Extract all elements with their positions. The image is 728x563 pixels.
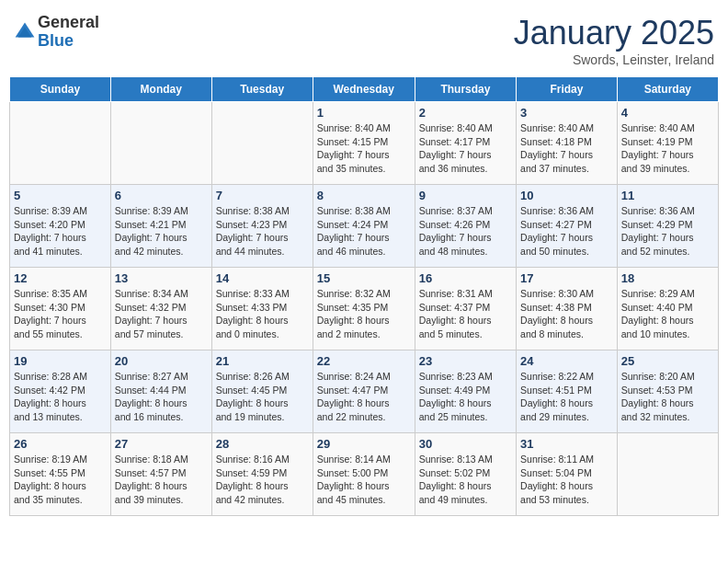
day-info: Sunrise: 8:35 AMSunset: 4:30 PMDaylight:…	[14, 287, 107, 341]
day-info: Sunrise: 8:19 AMSunset: 4:55 PMDaylight:…	[14, 453, 107, 507]
table-row: 16Sunrise: 8:31 AMSunset: 4:37 PMDayligh…	[415, 268, 516, 350]
day-number: 9	[419, 189, 512, 202]
calendar-header: SundayMondayTuesdayWednesdayThursdayFrid…	[10, 77, 719, 102]
page-header: General Blue January 2025 Swords, Leinst…	[9, 9, 719, 67]
table-row	[617, 433, 718, 516]
weekday-header-saturday: Saturday	[617, 77, 718, 102]
weekday-header-sunday: Sunday	[10, 77, 111, 102]
weekday-header-tuesday: Tuesday	[211, 77, 313, 102]
weekday-header-friday: Friday	[517, 77, 618, 102]
table-row: 26Sunrise: 8:19 AMSunset: 4:55 PMDayligh…	[10, 433, 111, 516]
day-info: Sunrise: 8:30 AMSunset: 4:38 PMDaylight:…	[520, 287, 613, 341]
table-row: 25Sunrise: 8:20 AMSunset: 4:53 PMDayligh…	[617, 350, 718, 433]
day-info: Sunrise: 8:29 AMSunset: 4:40 PMDaylight:…	[621, 287, 714, 341]
location: Swords, Leinster, Ireland	[514, 52, 714, 67]
table-row: 27Sunrise: 8:18 AMSunset: 4:57 PMDayligh…	[110, 433, 211, 516]
table-row: 13Sunrise: 8:34 AMSunset: 4:32 PMDayligh…	[110, 268, 211, 350]
weekday-header-wednesday: Wednesday	[313, 77, 415, 102]
day-number: 8	[317, 189, 411, 202]
day-number: 10	[520, 189, 613, 202]
logo-general: General	[38, 13, 99, 31]
table-row: 23Sunrise: 8:23 AMSunset: 4:49 PMDayligh…	[415, 350, 516, 433]
day-info: Sunrise: 8:31 AMSunset: 4:37 PMDaylight:…	[419, 287, 512, 341]
logo-icon	[14, 21, 36, 43]
day-number: 19	[14, 354, 107, 368]
table-row: 1Sunrise: 8:40 AMSunset: 4:15 PMDaylight…	[313, 102, 415, 185]
day-info: Sunrise: 8:14 AMSunset: 5:00 PMDaylight:…	[317, 453, 411, 507]
table-row	[211, 102, 313, 185]
day-number: 4	[621, 106, 714, 120]
day-number: 2	[419, 106, 512, 120]
day-number: 31	[520, 437, 613, 451]
table-row: 5Sunrise: 8:39 AMSunset: 4:20 PMDaylight…	[10, 185, 111, 268]
day-number: 20	[115, 354, 208, 368]
table-row: 10Sunrise: 8:36 AMSunset: 4:27 PMDayligh…	[517, 185, 618, 268]
calendar-week-4: 19Sunrise: 8:28 AMSunset: 4:42 PMDayligh…	[10, 350, 719, 433]
weekday-header-monday: Monday	[110, 77, 211, 102]
table-row: 15Sunrise: 8:32 AMSunset: 4:35 PMDayligh…	[313, 268, 415, 350]
logo: General Blue	[14, 14, 99, 51]
table-row: 22Sunrise: 8:24 AMSunset: 4:47 PMDayligh…	[313, 350, 415, 433]
day-number: 12	[14, 271, 107, 285]
table-row: 7Sunrise: 8:38 AMSunset: 4:23 PMDaylight…	[211, 185, 313, 268]
calendar-body: 1Sunrise: 8:40 AMSunset: 4:15 PMDaylight…	[10, 102, 719, 516]
day-number: 28	[216, 437, 309, 451]
title-block: January 2025 Swords, Leinster, Ireland	[514, 14, 714, 67]
table-row: 8Sunrise: 8:38 AMSunset: 4:24 PMDaylight…	[313, 185, 415, 268]
day-number: 3	[520, 106, 613, 120]
day-info: Sunrise: 8:34 AMSunset: 4:32 PMDaylight:…	[115, 287, 208, 341]
table-row: 29Sunrise: 8:14 AMSunset: 5:00 PMDayligh…	[313, 433, 415, 516]
day-info: Sunrise: 8:11 AMSunset: 5:04 PMDaylight:…	[520, 453, 613, 507]
table-row	[10, 102, 111, 185]
day-info: Sunrise: 8:40 AMSunset: 4:18 PMDaylight:…	[520, 121, 613, 176]
calendar-table: SundayMondayTuesdayWednesdayThursdayFrid…	[9, 76, 719, 516]
day-info: Sunrise: 8:32 AMSunset: 4:35 PMDaylight:…	[317, 287, 411, 341]
day-info: Sunrise: 8:33 AMSunset: 4:33 PMDaylight:…	[216, 287, 309, 341]
day-info: Sunrise: 8:20 AMSunset: 4:53 PMDaylight:…	[621, 370, 714, 424]
day-info: Sunrise: 8:26 AMSunset: 4:45 PMDaylight:…	[216, 370, 309, 424]
header-row: SundayMondayTuesdayWednesdayThursdayFrid…	[10, 77, 719, 102]
day-info: Sunrise: 8:39 AMSunset: 4:21 PMDaylight:…	[115, 204, 208, 259]
day-number: 7	[216, 189, 309, 202]
day-number: 25	[621, 354, 714, 368]
table-row: 2Sunrise: 8:40 AMSunset: 4:17 PMDaylight…	[415, 102, 516, 185]
day-number: 27	[115, 437, 208, 451]
day-info: Sunrise: 8:39 AMSunset: 4:20 PMDaylight:…	[14, 204, 107, 259]
table-row: 4Sunrise: 8:40 AMSunset: 4:19 PMDaylight…	[617, 102, 718, 185]
day-info: Sunrise: 8:38 AMSunset: 4:23 PMDaylight:…	[216, 204, 309, 259]
day-info: Sunrise: 8:36 AMSunset: 4:27 PMDaylight:…	[520, 204, 613, 259]
day-info: Sunrise: 8:27 AMSunset: 4:44 PMDaylight:…	[115, 370, 208, 424]
day-number: 14	[216, 271, 309, 285]
logo-blue: Blue	[38, 31, 74, 50]
table-row: 21Sunrise: 8:26 AMSunset: 4:45 PMDayligh…	[211, 350, 313, 433]
day-info: Sunrise: 8:18 AMSunset: 4:57 PMDaylight:…	[115, 453, 208, 507]
day-info: Sunrise: 8:13 AMSunset: 5:02 PMDaylight:…	[419, 453, 512, 507]
table-row: 28Sunrise: 8:16 AMSunset: 4:59 PMDayligh…	[211, 433, 313, 516]
day-info: Sunrise: 8:40 AMSunset: 4:15 PMDaylight:…	[317, 121, 411, 176]
calendar-week-5: 26Sunrise: 8:19 AMSunset: 4:55 PMDayligh…	[10, 433, 719, 516]
day-number: 17	[520, 271, 613, 285]
day-number: 11	[621, 189, 714, 202]
table-row: 18Sunrise: 8:29 AMSunset: 4:40 PMDayligh…	[617, 268, 718, 350]
table-row: 19Sunrise: 8:28 AMSunset: 4:42 PMDayligh…	[10, 350, 111, 433]
table-row: 9Sunrise: 8:37 AMSunset: 4:26 PMDaylight…	[415, 185, 516, 268]
day-info: Sunrise: 8:36 AMSunset: 4:29 PMDaylight:…	[621, 204, 714, 259]
day-number: 6	[115, 189, 208, 202]
table-row: 3Sunrise: 8:40 AMSunset: 4:18 PMDaylight…	[517, 102, 618, 185]
day-info: Sunrise: 8:40 AMSunset: 4:19 PMDaylight:…	[621, 121, 714, 176]
calendar-week-1: 1Sunrise: 8:40 AMSunset: 4:15 PMDaylight…	[10, 102, 719, 185]
calendar-week-3: 12Sunrise: 8:35 AMSunset: 4:30 PMDayligh…	[10, 268, 719, 350]
table-row: 12Sunrise: 8:35 AMSunset: 4:30 PMDayligh…	[10, 268, 111, 350]
day-number: 21	[216, 354, 309, 368]
table-row: 24Sunrise: 8:22 AMSunset: 4:51 PMDayligh…	[517, 350, 618, 433]
day-info: Sunrise: 8:16 AMSunset: 4:59 PMDaylight:…	[216, 453, 309, 507]
day-number: 22	[317, 354, 411, 368]
day-number: 5	[14, 189, 107, 202]
day-number: 16	[419, 271, 512, 285]
table-row: 14Sunrise: 8:33 AMSunset: 4:33 PMDayligh…	[211, 268, 313, 350]
calendar-week-2: 5Sunrise: 8:39 AMSunset: 4:20 PMDaylight…	[10, 185, 719, 268]
day-info: Sunrise: 8:37 AMSunset: 4:26 PMDaylight:…	[419, 204, 512, 259]
day-number: 13	[115, 271, 208, 285]
table-row: 17Sunrise: 8:30 AMSunset: 4:38 PMDayligh…	[517, 268, 618, 350]
day-number: 15	[317, 271, 411, 285]
